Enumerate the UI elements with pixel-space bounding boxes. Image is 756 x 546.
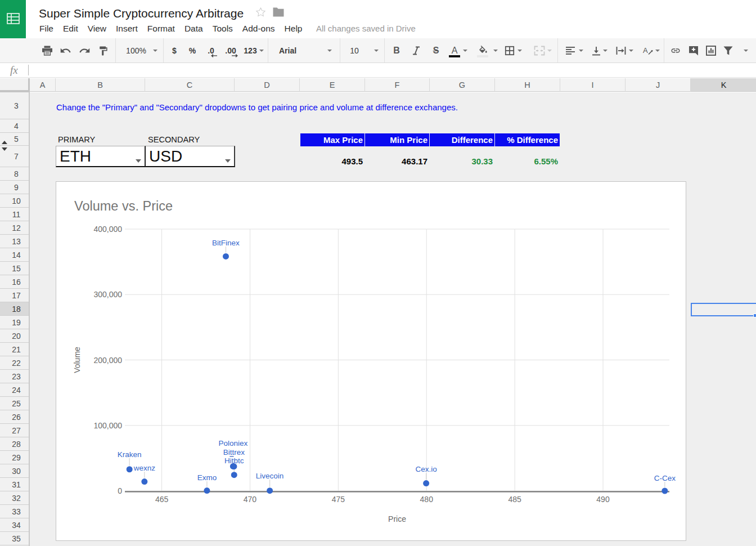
menu-addons[interactable]: Add-ons [237, 23, 280, 35]
italic-button[interactable] [410, 43, 422, 58]
text-wrap-icon[interactable] [614, 43, 628, 58]
column-header-H[interactable]: H [495, 78, 560, 92]
text-color-caret-icon[interactable] [462, 43, 468, 58]
column-header-C[interactable]: C [145, 78, 235, 92]
row-header-19[interactable]: 19 [0, 316, 29, 329]
cell-note-text[interactable]: Change the "Primary" and "Secondary" dro… [56, 102, 458, 112]
row-header-4[interactable]: 4 [0, 119, 29, 133]
insert-link-icon[interactable] [668, 43, 683, 58]
column-header-F[interactable]: F [365, 78, 430, 92]
menu-edit[interactable]: Edit [58, 23, 83, 35]
bold-button[interactable]: B [390, 43, 403, 58]
sheets-logo[interactable] [0, 0, 26, 38]
stats-header-cell[interactable]: Difference [430, 133, 494, 146]
row-header-35[interactable]: 35 [0, 532, 29, 545]
row-header-27[interactable]: 27 [0, 424, 29, 437]
row-header-16[interactable]: 16 [0, 275, 29, 289]
font-size-caret-icon[interactable] [373, 43, 380, 58]
row-header-33[interactable]: 33 [0, 505, 29, 518]
font-family-caret-icon[interactable] [326, 43, 333, 58]
selection-fill-handle[interactable] [753, 314, 756, 317]
select-all-corner[interactable] [0, 78, 30, 92]
move-folder-icon[interactable] [273, 7, 284, 19]
row-header-28[interactable]: 28 [0, 437, 29, 451]
more-formats-caret-icon[interactable] [259, 43, 264, 58]
row-header-29[interactable]: 29 [0, 451, 29, 464]
menu-view[interactable]: View [83, 23, 111, 35]
primary-dropdown-arrow-icon[interactable] [136, 159, 141, 163]
insert-comment-icon[interactable] [687, 43, 700, 58]
row-header-24[interactable]: 24 [0, 383, 29, 397]
row-header-30[interactable]: 30 [0, 464, 29, 478]
text-color-button[interactable]: A [448, 43, 461, 58]
horizontal-align-caret-icon[interactable] [578, 43, 584, 58]
borders-icon[interactable] [503, 43, 516, 58]
star-icon[interactable] [255, 7, 266, 20]
row-header-14[interactable]: 14 [0, 248, 29, 262]
menu-format[interactable]: Format [142, 23, 179, 35]
row-header-22[interactable]: 22 [0, 356, 29, 370]
column-header-G[interactable]: G [430, 78, 495, 92]
filter-icon[interactable] [722, 43, 734, 58]
column-header-E[interactable]: E [300, 78, 365, 92]
column-header-A[interactable]: A [30, 78, 56, 92]
row-header-18[interactable]: 18 [0, 302, 29, 316]
zoom-caret-icon[interactable] [152, 43, 159, 58]
row-header-11[interactable]: 11 [0, 208, 29, 221]
toolbar-more-caret-icon[interactable] [742, 43, 749, 58]
row-header-13[interactable]: 13 [0, 235, 29, 248]
saved-status[interactable]: All changes saved in Drive [316, 24, 416, 33]
secondary-dropdown-arrow-icon[interactable] [225, 159, 231, 163]
row-header-32[interactable]: 32 [0, 491, 29, 505]
zoom-select[interactable]: 100% [124, 43, 148, 58]
stats-header-cell[interactable]: % Difference [495, 133, 560, 146]
row-header-23[interactable]: 23 [0, 370, 29, 383]
text-wrap-caret-icon[interactable] [628, 43, 634, 58]
row-header-26[interactable]: 26 [0, 410, 29, 424]
row-header-12[interactable]: 12 [0, 221, 29, 235]
font-size-select[interactable]: 10 [348, 43, 361, 58]
row-header-34[interactable]: 34 [0, 518, 29, 532]
chart-container[interactable]: Volume vs. Price0100,000200,000300,00040… [56, 181, 686, 541]
row-header-8[interactable]: 8 [0, 167, 29, 181]
vertical-align-icon[interactable] [590, 43, 603, 58]
menu-insert[interactable]: Insert [111, 23, 143, 35]
show-hidden-row-down-icon[interactable] [2, 147, 7, 151]
row-header-15[interactable]: 15 [0, 262, 29, 275]
vertical-align-caret-icon[interactable] [602, 43, 608, 58]
primary-dropdown[interactable]: ETH [56, 146, 146, 167]
undo-icon[interactable] [58, 43, 73, 58]
text-rotation-caret-icon[interactable] [655, 43, 660, 58]
document-title[interactable]: Super Simple Cryptocurrency Arbitrage [39, 7, 244, 20]
format-currency-button[interactable]: $ [168, 43, 181, 58]
stats-header-cell[interactable]: Min Price [365, 133, 429, 146]
merge-cells-caret-icon[interactable] [547, 43, 552, 58]
text-rotation-icon[interactable]: A [641, 43, 655, 58]
increase-decimal-button[interactable]: .00 [222, 43, 239, 58]
horizontal-align-icon[interactable] [564, 43, 577, 58]
row-header-17[interactable]: 17 [0, 289, 29, 302]
row-header-31[interactable]: 31 [0, 478, 29, 491]
font-family-select[interactable]: Arial [279, 43, 313, 58]
merge-cells-icon[interactable] [532, 43, 547, 58]
secondary-dropdown[interactable]: USD [146, 146, 235, 167]
fill-color-icon[interactable] [476, 43, 490, 58]
menu-help[interactable]: Help [280, 23, 307, 35]
insert-chart-icon[interactable] [704, 43, 718, 58]
show-hidden-row-up-icon[interactable] [2, 141, 7, 144]
menu-file[interactable]: File [35, 23, 58, 35]
stats-value-cell[interactable]: 493.5 [300, 156, 364, 165]
row-header-9[interactable]: 9 [0, 181, 29, 194]
stats-header-cell[interactable]: Max Price [300, 133, 364, 146]
secondary-label[interactable]: SECONDARY [148, 135, 200, 144]
strikethrough-button[interactable]: S [430, 43, 442, 58]
redo-icon[interactable] [78, 43, 92, 58]
column-header-B[interactable]: B [56, 78, 145, 92]
stats-value-cell[interactable]: 6.55% [495, 156, 560, 165]
print-icon[interactable] [40, 43, 54, 58]
stats-value-cell[interactable]: 30.33 [430, 156, 494, 165]
fill-color-caret-icon[interactable] [493, 43, 498, 58]
column-header-K[interactable]: K [691, 78, 756, 92]
primary-label[interactable]: PRIMARY [58, 135, 95, 144]
borders-caret-icon[interactable] [517, 43, 523, 58]
